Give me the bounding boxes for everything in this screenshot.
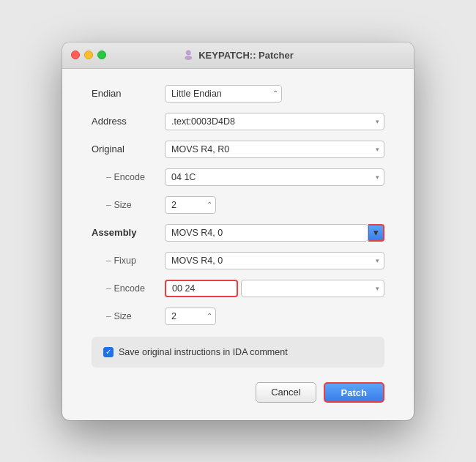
encode2-input[interactable]: 00 24	[165, 280, 238, 297]
size1-select[interactable]: 2	[165, 196, 216, 214]
encode1-row: Encode 04 1C ▾	[92, 167, 384, 187]
address-control: .text:0003D4D8 ▾	[165, 113, 384, 130]
minimize-button[interactable]	[84, 51, 93, 59]
original-label: Original	[92, 144, 165, 154]
cancel-button[interactable]: Cancel	[256, 382, 316, 403]
assembly-control: MOVS R4, 0 ▾	[165, 224, 384, 242]
buttons-row: Cancel Patch	[92, 382, 384, 403]
traffic-lights	[71, 51, 106, 59]
assembly-label: Assembly	[92, 227, 165, 238]
titlebar: KEYPATCH:: Patcher	[62, 42, 414, 69]
encode2-control: 00 24 ▾	[165, 280, 384, 297]
size1-control: 2 ⌃	[165, 196, 384, 214]
assembly-row: Assembly MOVS R4, 0 ▾	[92, 223, 384, 243]
fixup-control: MOVS R4, 0 ▾	[165, 252, 384, 269]
size2-select-wrap: 2 ⌃	[165, 308, 216, 325]
size2-label: Size	[92, 311, 165, 321]
titlebar-icon	[182, 49, 194, 61]
encode1-select-wrap: 04 1C ▾	[165, 168, 384, 186]
original-select[interactable]: MOVS R4, R0	[165, 141, 384, 158]
fixup-select[interactable]: MOVS R4, 0	[165, 252, 384, 269]
save-instructions-checkbox[interactable]	[103, 347, 114, 357]
encode1-select[interactable]: 04 1C	[165, 168, 384, 186]
form-content: Endian Little Endian Big Endian ⌃ Addres…	[62, 69, 414, 420]
options-box: Save original instructions in IDA commen…	[92, 337, 384, 368]
save-instructions-label: Save original instructions in IDA commen…	[119, 347, 288, 357]
assembly-input[interactable]: MOVS R4, 0	[165, 224, 368, 242]
fixup-row: Fixup MOVS R4, 0 ▾	[92, 250, 384, 271]
close-button[interactable]	[71, 51, 80, 59]
maximize-button[interactable]	[97, 51, 106, 59]
encode2-select-wrap: ▾	[241, 280, 384, 297]
assembly-dropdown-button[interactable]: ▾	[368, 224, 384, 242]
svg-point-0	[186, 51, 191, 56]
encode1-label: Encode	[92, 172, 165, 182]
size1-label: Size	[92, 200, 165, 210]
svg-point-1	[185, 56, 192, 60]
original-select-wrap: MOVS R4, R0 ▾	[165, 141, 384, 158]
patch-button[interactable]: Patch	[324, 382, 384, 403]
size1-select-wrap: 2 ⌃	[165, 196, 216, 214]
endian-label: Endian	[92, 88, 165, 99]
endian-row: Endian Little Endian Big Endian ⌃	[92, 83, 384, 104]
address-select-wrap: .text:0003D4D8 ▾	[165, 113, 384, 130]
address-select[interactable]: .text:0003D4D8	[165, 113, 384, 130]
encode2-label: Encode	[92, 283, 165, 294]
original-control: MOVS R4, R0 ▾	[165, 141, 384, 158]
assembly-dropdown-icon: ▾	[373, 227, 379, 238]
save-instructions-checkbox-wrap[interactable]: Save original instructions in IDA commen…	[103, 347, 288, 357]
encode2-select[interactable]	[241, 280, 384, 297]
size1-row: Size 2 ⌃	[92, 195, 384, 215]
window-title: KEYPATCH:: Patcher	[198, 50, 294, 61]
address-row: Address .text:0003D4D8 ▾	[92, 111, 384, 132]
original-row: Original MOVS R4, R0 ▾	[92, 139, 384, 160]
size2-select[interactable]: 2	[165, 308, 216, 325]
fixup-select-wrap: MOVS R4, 0 ▾	[165, 252, 384, 269]
encode1-control: 04 1C ▾	[165, 168, 384, 186]
endian-select[interactable]: Little Endian Big Endian	[165, 85, 282, 103]
address-label: Address	[92, 116, 165, 127]
titlebar-title: KEYPATCH:: Patcher	[182, 49, 294, 61]
size2-row: Size 2 ⌃	[92, 306, 384, 327]
encode2-row: Encode 00 24 ▾	[92, 278, 384, 299]
size2-control: 2 ⌃	[165, 308, 384, 325]
main-window: KEYPATCH:: Patcher Endian Little Endian …	[62, 42, 414, 420]
endian-control: Little Endian Big Endian ⌃	[165, 85, 384, 103]
endian-select-wrap: Little Endian Big Endian ⌃	[165, 85, 282, 103]
fixup-label: Fixup	[92, 256, 165, 266]
